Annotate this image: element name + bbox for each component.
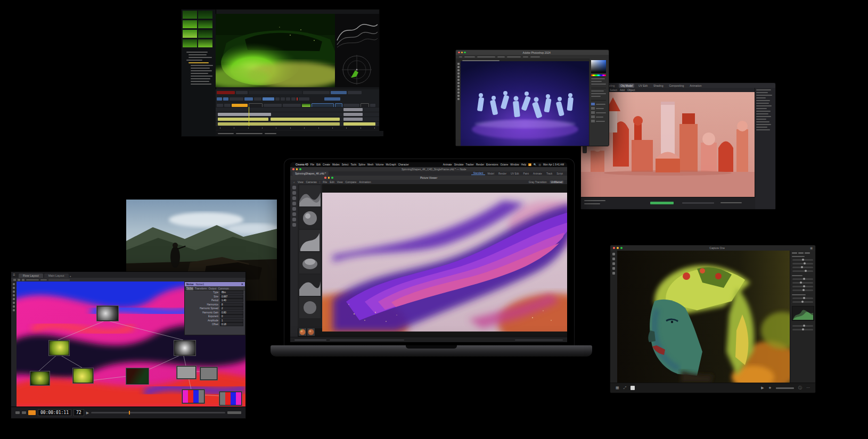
render-thumbnail[interactable]	[299, 185, 321, 206]
selected-tree-item[interactable]	[189, 62, 209, 63]
tool-icon[interactable]	[292, 212, 296, 216]
picture-viewer-titlebar[interactable]: Picture Viewer	[290, 176, 567, 180]
clip-thumbnail[interactable]	[183, 39, 197, 47]
workspace-tab[interactable]: Animation	[688, 84, 703, 88]
play-icon[interactable]: ▶	[761, 386, 764, 390]
control-center-icon[interactable]: ◫	[539, 163, 541, 166]
move-tool-icon[interactable]	[457, 63, 460, 65]
property-value[interactable]: 2	[220, 307, 243, 310]
clone-tool-icon[interactable]	[457, 82, 460, 84]
metadata-icon[interactable]	[612, 267, 615, 270]
props-tab[interactable]: Common	[218, 287, 228, 290]
tool-button[interactable]	[275, 97, 280, 101]
node-thumbnail[interactable]	[200, 367, 218, 380]
eraser-tool-icon[interactable]	[457, 85, 460, 87]
material-thumbnails[interactable]	[299, 328, 315, 336]
menu-mograph[interactable]: MoGraph	[386, 163, 396, 166]
layout-tab[interactable]: Track	[544, 172, 554, 175]
node-thumbnail-colorbars[interactable]	[182, 389, 205, 404]
menu-tracker[interactable]: Tracker	[466, 163, 474, 166]
record-button[interactable]	[28, 410, 36, 415]
menu-object[interactable]: Object	[627, 88, 635, 92]
hue-strip[interactable]	[591, 74, 606, 76]
zoom-fit-icon[interactable]: ⤢	[624, 386, 627, 390]
blender-timeline[interactable]	[581, 197, 755, 209]
photoshop-toolbar[interactable]	[456, 62, 461, 146]
workspace-tab[interactable]: Compositing	[667, 84, 685, 88]
edit-icon[interactable]	[612, 262, 615, 265]
transport-button[interactable]	[348, 91, 362, 94]
rate-icon[interactable]: ★	[768, 386, 772, 390]
menubar-clock[interactable]: Mon Apr 1 9:41 AM	[543, 163, 564, 166]
more-icon[interactable]: ⋯	[806, 386, 810, 390]
timeline-track[interactable]	[216, 117, 379, 121]
timeline-clip[interactable]	[343, 122, 375, 126]
brightness-slider[interactable]	[792, 267, 813, 268]
frame-counter[interactable]: 72	[73, 409, 84, 416]
captureone-left-toolbar[interactable]	[610, 251, 617, 383]
timeline-clip[interactable]	[343, 118, 363, 121]
level-slider[interactable]	[792, 329, 813, 330]
menu-window[interactable]: Window	[510, 163, 519, 166]
search-icon[interactable]: 🔍	[534, 163, 537, 166]
zoom-button[interactable]	[299, 168, 301, 170]
node-thumbnail-colorbars[interactable]	[219, 391, 242, 406]
render-history-panel[interactable]	[298, 184, 322, 328]
c4d-titlebar[interactable]: SpinningShapes_4K_C4D_SingleFrame.c4d * …	[290, 167, 567, 171]
photoshop-titlebar[interactable]: Adobe Photoshop 2024	[456, 50, 609, 55]
props-tab[interactable]: Transform	[195, 287, 207, 290]
material-sphere[interactable]	[299, 328, 306, 336]
render-thumbnail[interactable]	[299, 275, 321, 296]
play-icon[interactable]: ▶	[86, 411, 89, 415]
tool-icon[interactable]	[292, 223, 296, 227]
pv-menu-edit[interactable]: Edit	[330, 180, 334, 184]
node-thumbnail[interactable]	[30, 371, 50, 386]
timeline-clip[interactable]	[218, 122, 340, 126]
timeline-track[interactable]	[216, 107, 379, 112]
close-button[interactable]	[292, 168, 294, 170]
transport-option[interactable]	[227, 411, 241, 414]
app-menu[interactable]: Cinema 4D	[296, 163, 308, 166]
marquee-tool-icon[interactable]	[457, 66, 460, 68]
lasso-tool-icon[interactable]	[457, 69, 460, 71]
gradient-tool-icon[interactable]	[457, 88, 460, 90]
render-thumbnail[interactable]	[299, 297, 321, 318]
menu-add[interactable]: Add	[620, 88, 625, 92]
nav-button[interactable]	[217, 97, 222, 101]
clip-thumbnail[interactable]	[198, 20, 212, 28]
3d-node-icon[interactable]	[13, 305, 15, 308]
render-thumbnail[interactable]	[299, 208, 321, 229]
viewport-menu-cameras[interactable]: Cameras	[306, 180, 317, 184]
node-thumbnail[interactable]	[126, 368, 149, 385]
transport-button[interactable]	[236, 91, 248, 94]
menu-extensions[interactable]: Extensions	[486, 163, 498, 166]
panel-rows[interactable]	[589, 77, 609, 125]
timeline-clip[interactable]	[271, 118, 340, 121]
property-value[interactable]: 0.18	[220, 322, 243, 326]
tool-icon[interactable]	[292, 202, 296, 205]
clip-thumbnail[interactable]	[198, 11, 212, 19]
tool-icon[interactable]	[292, 218, 296, 221]
pv-menu-animation[interactable]: Animation	[359, 180, 371, 184]
export-icon[interactable]	[612, 272, 615, 275]
timeline-clip[interactable]	[343, 113, 363, 116]
c4d-tool-column[interactable]	[290, 184, 298, 342]
pv-menu-compare[interactable]: Compare	[346, 180, 357, 184]
magnifier-icon[interactable]: ⌕	[293, 180, 295, 184]
property-value[interactable]: 0.887	[220, 295, 243, 299]
white-swatch-icon[interactable]	[630, 386, 635, 390]
property-value[interactable]: 1	[220, 319, 243, 322]
tool-button[interactable]	[324, 97, 340, 101]
highlight-slider[interactable]	[792, 278, 813, 280]
menu-file[interactable]: File	[310, 163, 314, 166]
color-node-icon[interactable]	[13, 291, 15, 293]
property-value[interactable]: 8	[220, 303, 243, 307]
tool-button[interactable]	[263, 97, 274, 101]
zoom-button[interactable]	[620, 247, 623, 249]
pv-menu-file[interactable]: File	[323, 180, 327, 184]
render-thumbnail[interactable]	[299, 252, 321, 274]
property-value[interactable]: fBm	[220, 291, 243, 294]
shadow-slider[interactable]	[792, 282, 813, 284]
menu-simulate[interactable]: Simulate	[454, 163, 464, 166]
tool-icon[interactable]	[292, 207, 296, 211]
